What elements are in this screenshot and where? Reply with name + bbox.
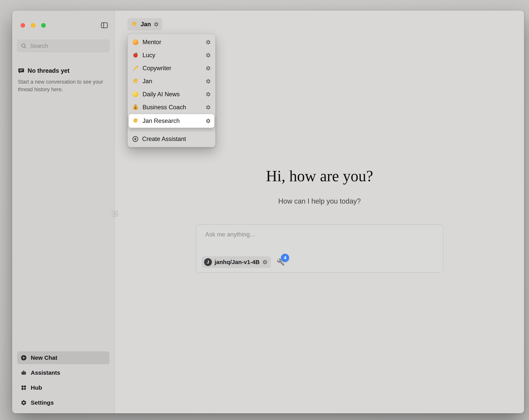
gear-icon — [21, 400, 27, 406]
tools-button[interactable]: 4 — [277, 258, 285, 266]
empty-state-title: No threads yet — [28, 67, 69, 74]
chat-composer: J janhq/Jan-v1-4B 4 — [196, 224, 443, 273]
sidebar-toggle-icon[interactable] — [101, 21, 108, 29]
sidebar-item-settings[interactable]: Settings — [17, 396, 109, 409]
menu-item-label: Jan — [143, 78, 206, 85]
chat-input[interactable] — [205, 230, 434, 246]
assistant-selector[interactable]: Jan — [127, 18, 162, 30]
menu-item-label: Copywriter — [143, 65, 206, 72]
empty-state-description: Start a new conversation to see your thr… — [18, 78, 104, 93]
search-icon — [21, 43, 27, 49]
menu-separator — [128, 130, 215, 131]
menu-item-label: Daily AI News — [143, 91, 206, 98]
wave-hand-emoji-icon — [132, 117, 139, 124]
assistant-name: Jan — [141, 21, 151, 28]
nav-item-label: Assistants — [31, 369, 60, 376]
menu-item-mentor[interactable]: Mentor — [128, 36, 215, 49]
main-header: Jan — [127, 18, 162, 30]
model-avatar: J — [204, 258, 212, 266]
tools-count-badge: 4 — [281, 254, 289, 262]
plus-circle-outline-icon — [132, 136, 139, 142]
menu-item-label: Jan Research — [143, 117, 206, 124]
greeting-title: Hi, how are you? — [115, 167, 524, 185]
sidebar-item-assistants[interactable]: Assistants — [17, 366, 109, 379]
composer-toolbar: J janhq/Jan-v1-4B 4 — [202, 256, 285, 268]
wave-hand-emoji-icon — [132, 78, 139, 85]
wave-hand-emoji-icon — [131, 21, 138, 28]
menu-item-label: Mentor — [143, 39, 206, 46]
search-field — [17, 40, 109, 52]
gear-icon[interactable] — [206, 92, 211, 97]
assistant-bot-icon — [21, 370, 27, 376]
drag-dots-icon — [113, 212, 117, 216]
money-bag-emoji-icon — [132, 104, 139, 111]
nav-item-label: Hub — [31, 384, 42, 391]
app-window: No threads yet Start a new conversation … — [12, 11, 524, 413]
main-area: Jan Mentor Lucy Copywriter — [115, 11, 524, 413]
sidebar-item-new-chat[interactable]: New Chat — [17, 351, 109, 364]
traffic-lights — [21, 23, 46, 27]
menu-item-daily-ai-news[interactable]: Daily AI News — [128, 88, 215, 101]
menu-item-jan[interactable]: Jan — [128, 75, 215, 88]
threads-empty-state: No threads yet Start a new conversation … — [18, 67, 109, 93]
hub-grid-icon — [21, 385, 27, 391]
chat-bubble-icon — [18, 68, 25, 74]
menu-item-copywriter[interactable]: Copywriter — [128, 62, 215, 75]
sidebar-item-hub[interactable]: Hub — [17, 381, 109, 394]
menu-item-lucy[interactable]: Lucy — [128, 49, 215, 62]
menu-item-create-assistant[interactable]: Create Assistant — [128, 132, 215, 146]
sidebar-titlebar — [12, 11, 115, 37]
nav-item-label: New Chat — [31, 354, 57, 361]
gear-icon[interactable] — [206, 79, 211, 84]
search-input[interactable] — [17, 40, 109, 52]
menu-item-business-coach[interactable]: Business Coach — [128, 101, 215, 114]
plus-circle-icon — [21, 355, 27, 361]
gear-icon[interactable] — [206, 105, 211, 110]
sidebar: No threads yet Start a new conversation … — [12, 11, 115, 413]
menu-item-jan-research[interactable]: Jan Research — [129, 114, 214, 128]
gear-icon[interactable] — [262, 259, 268, 265]
yellow-circle-emoji-icon — [132, 91, 139, 98]
menu-item-label: Create Assistant — [142, 135, 211, 143]
orange-circle-emoji-icon — [132, 39, 139, 46]
minimize-button[interactable] — [31, 23, 35, 27]
menu-item-label: Business Coach — [143, 104, 206, 111]
assistant-dropdown-menu: Mentor Lucy Copywriter Jan Daily AI News — [128, 34, 215, 147]
close-button[interactable] — [21, 23, 25, 27]
gear-icon[interactable] — [206, 40, 211, 45]
model-name: janhq/Jan-v1-4B — [215, 259, 260, 265]
gear-icon[interactable] — [206, 118, 211, 124]
zoom-button[interactable] — [41, 23, 46, 27]
gear-icon[interactable] — [206, 53, 211, 58]
sidebar-nav: New Chat Assistants Hub Settings — [12, 349, 115, 413]
pencil-emoji-icon — [132, 65, 139, 72]
gear-icon[interactable] — [206, 66, 211, 71]
model-selector[interactable]: J janhq/Jan-v1-4B — [202, 256, 271, 268]
gear-icon[interactable] — [154, 22, 159, 27]
nav-item-label: Settings — [31, 399, 54, 406]
red-apple-emoji-icon — [132, 52, 139, 59]
sidebar-resize-handle[interactable] — [112, 211, 118, 217]
greeting-subtitle: How can I help you today? — [115, 197, 524, 205]
menu-item-label: Lucy — [143, 52, 206, 59]
